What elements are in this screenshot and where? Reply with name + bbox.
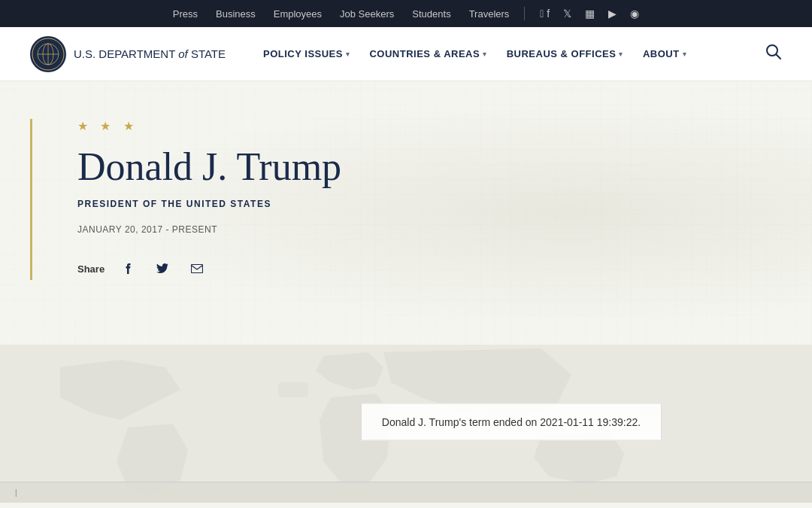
logo-circle xyxy=(30,36,66,72)
youtube-icon[interactable]: ▶ xyxy=(608,8,617,20)
share-facebook-button[interactable] xyxy=(117,257,139,280)
svg-rect-7 xyxy=(192,265,203,273)
nav-policy-issues[interactable]: POLICY ISSUES ▾ xyxy=(256,42,357,65)
facebook-icon[interactable]:  f xyxy=(540,8,550,20)
main-content: ★ ★ ★ Donald J. Trump PRESIDENT OF THE U… xyxy=(0,81,812,345)
date-range: JANUARY 20, 2017 - PRESENT xyxy=(77,224,511,235)
job-seekers-link[interactable]: Job Seekers xyxy=(340,8,394,20)
students-link[interactable]: Students xyxy=(412,8,450,20)
share-email-button[interactable] xyxy=(186,257,208,280)
main-nav: POLICY ISSUES ▾ COUNTRIES & AREAS ▾ BURE… xyxy=(256,42,765,65)
travelers-link[interactable]: Travelers xyxy=(469,8,510,20)
top-bar-divider xyxy=(524,7,525,20)
notification-box: Donald J. Trump's term ended on 2021-01-… xyxy=(361,403,662,441)
business-link[interactable]: Business xyxy=(216,8,256,20)
employees-link[interactable]: Employees xyxy=(274,8,322,20)
flickr-icon[interactable]: ◉ xyxy=(630,8,639,20)
search-button[interactable] xyxy=(765,44,782,64)
site-header: U.S. DEPARTMENT of STATE POLICY ISSUES ▾… xyxy=(0,27,812,81)
share-twitter-button[interactable] xyxy=(151,257,174,280)
lower-section: Donald J. Trump's term ended on 2021-01-… xyxy=(0,345,812,503)
chevron-down-icon: ▾ xyxy=(683,50,687,58)
chevron-down-icon: ▾ xyxy=(483,50,487,58)
content-inner: ★ ★ ★ Donald J. Trump PRESIDENT OF THE U… xyxy=(30,119,556,280)
bottom-bar-line: | xyxy=(15,488,17,497)
notification-text: Donald J. Trump's term ended on 2021-01-… xyxy=(382,416,641,428)
svg-rect-8 xyxy=(278,382,308,397)
page-title: Donald J. Trump xyxy=(77,145,511,188)
nav-about[interactable]: ABOUT ▾ xyxy=(635,42,694,65)
chevron-down-icon: ▾ xyxy=(346,50,350,58)
svg-line-6 xyxy=(777,55,781,59)
nav-bureaus-offices[interactable]: BUREAUS & OFFICES ▾ xyxy=(499,42,631,65)
social-links:  f 𝕏 ▦ ▶ ◉ xyxy=(540,8,639,20)
press-link[interactable]: Press xyxy=(173,8,198,20)
nav-countries-areas[interactable]: COUNTRIES & AREAS ▾ xyxy=(362,42,494,65)
decorative-stars: ★ ★ ★ xyxy=(77,119,511,133)
share-row: Share xyxy=(77,257,511,280)
twitter-icon[interactable]: 𝕏 xyxy=(563,8,571,20)
chevron-down-icon: ▾ xyxy=(619,50,623,58)
top-bar-links: Press Business Employees Job Seekers Stu… xyxy=(173,8,510,20)
instagram-icon[interactable]: ▦ xyxy=(585,8,595,20)
top-bar: Press Business Employees Job Seekers Stu… xyxy=(0,0,812,27)
bottom-bar: | xyxy=(0,482,812,503)
person-title: PRESIDENT OF THE UNITED STATES xyxy=(77,199,511,209)
site-logo[interactable]: U.S. DEPARTMENT of STATE xyxy=(30,36,226,72)
logo-text: U.S. DEPARTMENT of STATE xyxy=(74,47,226,61)
share-label: Share xyxy=(77,263,105,275)
